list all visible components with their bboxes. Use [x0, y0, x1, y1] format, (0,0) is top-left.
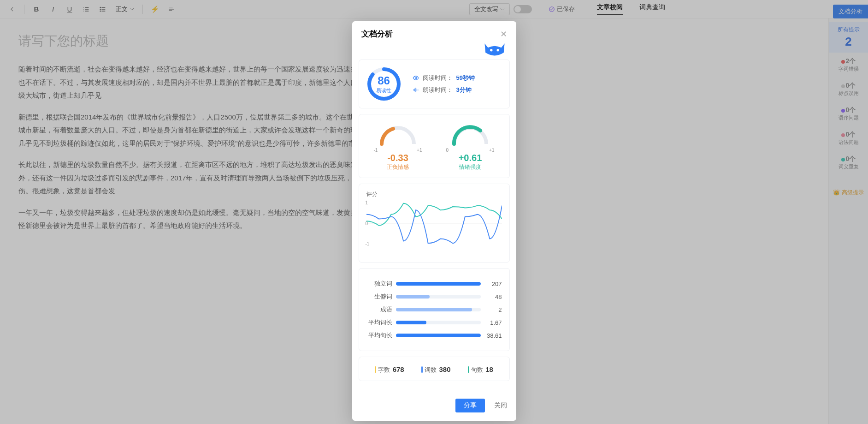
cat-logo-icon	[352, 40, 516, 60]
stat-bar: 平均句长38.61	[366, 331, 502, 340]
emotion-gauge: 0+1 +0.61 情绪强度	[439, 121, 502, 171]
sentiment-card: -1+1 -0.33 正负情感 0+1 +0.61 情绪强度	[359, 114, 510, 178]
readability-card: 86易读性 阅读时间：59秒钟 朗读时间：3分钟	[359, 60, 510, 108]
stat-bar: 生僻词48	[366, 293, 502, 301]
word-stats-card: 独立词207生僻词48成语2平均词长1.67平均句长38.61	[359, 268, 510, 351]
score-chart-card: 评分 10-1	[359, 184, 510, 263]
char-count: 字数 678	[375, 365, 404, 374]
score-chart	[366, 200, 502, 246]
stat-bar: 独立词207	[366, 280, 502, 288]
sentiment-gauge: -1+1 -0.33 正负情感	[366, 121, 430, 171]
share-button[interactable]: 分享	[455, 399, 485, 412]
sentence-count: 句数 18	[468, 365, 493, 374]
speak-time: 朗读时间：3分钟	[413, 86, 502, 94]
readability-score: 86易读性	[366, 66, 402, 102]
svg-point-5	[496, 49, 499, 51]
eye-icon	[413, 75, 419, 81]
read-time: 阅读时间：59秒钟	[413, 74, 502, 82]
audio-icon	[413, 87, 419, 93]
stat-bar: 平均词长1.67	[366, 318, 502, 327]
analysis-modal: 文档分析 ✕ 86易读性 阅读时间：59秒钟 朗读时间：3分	[352, 21, 516, 421]
totals-card: 字数 678 词数 380 句数 18	[359, 357, 510, 381]
svg-point-4	[490, 49, 492, 51]
stat-bar: 成语2	[366, 305, 502, 314]
close-button[interactable]: 关闭	[494, 401, 507, 410]
modal-title: 文档分析	[361, 29, 393, 39]
close-icon[interactable]: ✕	[500, 29, 507, 39]
svg-point-8	[415, 77, 417, 79]
word-count: 词数 380	[421, 365, 451, 374]
